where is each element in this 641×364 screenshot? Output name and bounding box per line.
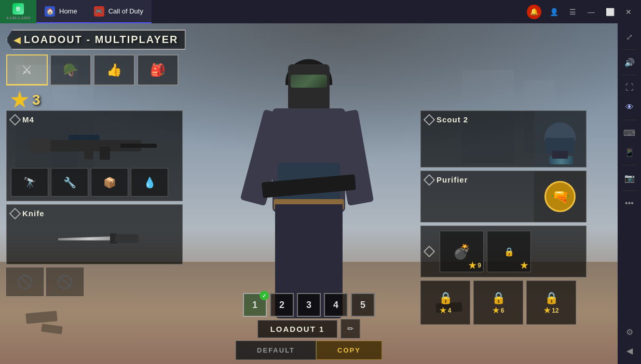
primary-diamond-icon (9, 114, 21, 125)
grenade-icon: 💣 (453, 243, 471, 260)
grenade-star-num: 9 (478, 262, 481, 269)
slot-4-label: 4 (333, 300, 338, 311)
rifle-grip (100, 147, 110, 160)
tab-operator[interactable]: 🪖 (50, 54, 91, 86)
tab-perks[interactable]: 👍 (93, 54, 135, 86)
loadout-slot-4[interactable]: 4 (324, 293, 348, 317)
slot-1-checkmark: ✓ (260, 291, 269, 300)
left-panel: M4 🔭 🔧 📦 (6, 110, 183, 296)
level-star-icon (10, 91, 29, 109)
scorestreak-name: Purifier (437, 175, 468, 184)
loadout-tabs: ⚔ 🪖 👍 🎒 (6, 54, 179, 86)
menu-btn[interactable]: ☰ (564, 5, 581, 19)
sidebar-settings-btn[interactable]: ⚙ (620, 323, 639, 341)
secondary-weapon-card[interactable]: Knife (6, 204, 183, 264)
grenade-slot[interactable]: 💣 9 (440, 231, 484, 272)
sidebar-volume-btn[interactable]: 🔊 (620, 53, 639, 72)
sidebar-camera-btn[interactable]: 📷 (620, 169, 639, 187)
scorestreak-card[interactable]: Purifier 🔫 (420, 171, 587, 222)
level-number: 3 (32, 92, 40, 108)
locked-slot-3[interactable]: 🔒 12 (526, 281, 576, 325)
sidebar-divider-4 (622, 165, 637, 165)
page-title: LOADOUT - MULTIPLAYER (24, 34, 179, 46)
tab-equipment-tab[interactable]: 🎒 (137, 54, 179, 86)
notification-icon[interactable]: 🔔 (527, 5, 541, 19)
tab-cod[interactable]: 🎮 Call of Duty (86, 0, 152, 23)
grenade-lock-badge: 9 (468, 261, 481, 270)
primary-weapon-header: M4 (11, 115, 178, 124)
attachment-slot-2[interactable]: 🔧 (51, 168, 88, 197)
copy-button[interactable]: COPY (316, 341, 382, 360)
loadout-name-label[interactable]: LOADOUT 1 (257, 320, 338, 338)
top-nav: ◀ LOADOUT - MULTIPLAYER (6, 30, 190, 50)
locked-stars-2: 6 (493, 307, 504, 314)
operator-image (534, 111, 586, 167)
sidebar-keyboard-btn[interactable]: ⌨ (620, 123, 639, 142)
sidebar-more-btn[interactable]: ••• (620, 194, 639, 213)
purifier-icon: 🔫 (544, 181, 576, 212)
locked-star-num-3: 12 (552, 307, 558, 314)
tab-weapons[interactable]: ⚔ (6, 54, 48, 86)
empty-slot-1[interactable] (6, 268, 44, 296)
locked-slot-1[interactable]: 🔒 4 (420, 281, 470, 325)
default-button[interactable]: DEFAULT (236, 341, 316, 360)
loadout-slot-2[interactable]: 2 (270, 293, 294, 317)
account-btn[interactable]: 👤 (545, 5, 562, 19)
sidebar-eye-btn[interactable]: 👁 (620, 98, 639, 117)
action-buttons-row: DEFAULT COPY (236, 341, 382, 360)
titlebar-controls: 🔔 👤 ☰ — ⬜ ✕ (527, 5, 641, 19)
restore-btn[interactable]: ⬜ (602, 5, 618, 19)
sidebar-phone-btn[interactable]: 📱 (620, 143, 639, 162)
slot-2-label: 2 (279, 300, 284, 311)
scorestreak-info: Purifier (421, 171, 534, 222)
m4-rifle-image (27, 132, 162, 161)
rifle-barrel (120, 144, 157, 148)
attachment-slot-4[interactable]: 💧 (131, 168, 168, 197)
loadout-name-row: LOADOUT 1 ✏ (257, 319, 361, 339)
sidebar-divider-2 (622, 75, 637, 75)
scout-helmet (544, 122, 576, 156)
attachment-slot-3[interactable]: 📦 (91, 168, 128, 197)
close-btn[interactable]: ✕ (620, 5, 637, 19)
back-button[interactable]: ◀ LOADOUT - MULTIPLAYER (6, 30, 186, 50)
primary-weapon-name: M4 (22, 115, 34, 124)
locked-slot-2[interactable]: 🔒 6 (473, 281, 523, 325)
lock-icon-1: 🔒 (504, 247, 514, 257)
bottom-ui: 1 ✓ 2 3 4 5 LOADOUT 1 ✏ DEFAULT COPY (236, 293, 382, 364)
soldier-visor (291, 75, 327, 88)
level-badge: 3 (10, 91, 40, 109)
rifle-mag (84, 148, 93, 159)
attachments-row: 🔭 🔧 📦 💧 (11, 168, 178, 197)
edit-loadout-button[interactable]: ✏ (340, 319, 360, 339)
locked-star-icon-3 (543, 307, 551, 314)
loadout-slot-3[interactable]: 3 (297, 293, 321, 317)
loadout-slot-5[interactable]: 5 (351, 293, 375, 317)
locked-equip-slot-1[interactable]: 🔒 (487, 231, 531, 272)
primary-weapon-image (11, 127, 178, 166)
equipment-tab-icon: 🎒 (150, 63, 166, 77)
minimize-btn[interactable]: — (583, 5, 599, 19)
sidebar-fullscreen-btn[interactable]: ⛶ (620, 78, 639, 97)
rifle-stock (30, 138, 50, 153)
bottom-locked-row: 🔒 4 🔒 6 🔒 12 (420, 281, 587, 325)
empty-slot-2[interactable] (46, 268, 84, 296)
lock-star-1 (520, 261, 528, 270)
equipment-diamond-icon (424, 246, 435, 258)
loadout-slot-1[interactable]: 1 ✓ (243, 293, 267, 317)
knife-handle (115, 234, 139, 243)
secondary-weapon-header: Knife (11, 209, 178, 218)
slot-5-label: 5 (360, 300, 365, 311)
perks-tab-icon: 👍 (106, 63, 122, 77)
locked-star-icon-1 (440, 307, 447, 314)
tab-home[interactable]: 🏠 Home (36, 0, 86, 23)
locked-stars-3: 12 (543, 307, 558, 314)
sidebar-back-btn[interactable]: ◀ (620, 341, 639, 360)
game-area: ◀ LOADOUT - MULTIPLAYER ⚔ 🪖 👍 🎒 3 M4 (0, 23, 618, 364)
operator-card[interactable]: Scout 2 (420, 110, 587, 167)
attachment-icon-4: 💧 (143, 176, 156, 189)
primary-weapon-card[interactable]: M4 🔭 🔧 📦 (6, 110, 183, 201)
sidebar-expand-btn[interactable]: ⤢ (620, 27, 639, 46)
no-entry-icon-2 (58, 275, 72, 289)
soldier-head (288, 64, 330, 111)
attachment-slot-1[interactable]: 🔭 (11, 168, 48, 197)
